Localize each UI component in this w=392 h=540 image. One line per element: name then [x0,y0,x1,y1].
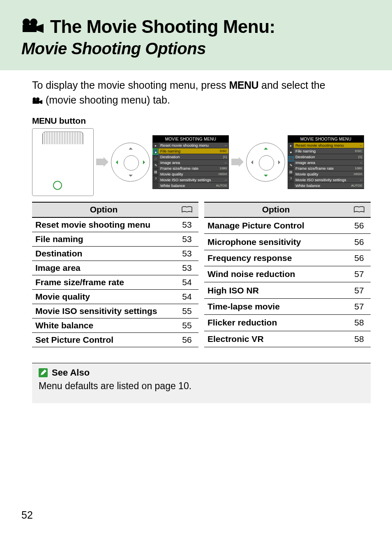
table-row: High ISO NR57 [204,282,371,298]
multi-selector-illustration [111,143,150,182]
movie-camera-icon [32,93,43,108]
options-table-left: Option Reset movie shooting menu53File n… [32,202,198,347]
option-name: Reset movie shooting menu [32,217,175,232]
option-page: 54 [175,289,198,304]
screen-menu-row: Movie ISO sensitivity settings-- [294,177,364,183]
table-row: Frame size/frame rate54 [32,275,198,289]
screen-menu-row: Destination[1] [294,154,364,160]
option-name: Destination [32,246,175,261]
option-page: 58 [348,315,371,331]
option-name: Frame size/frame rate [32,275,175,289]
col-page-ref [348,202,371,217]
table-row: Flicker reduction58 [204,315,371,331]
table-row: Frequency response56 [204,250,371,266]
table-row: Image area53 [32,261,198,275]
option-name: File naming [32,232,175,246]
multi-selector-illustration [246,143,285,182]
option-name: Image area [32,261,175,275]
screen-menu-row: Reset movie shooting menu-- [159,143,228,148]
screen-menu-row: Image area-- [294,160,364,166]
table-row: Movie ISO sensitivity settings55 [32,304,198,318]
option-page: 57 [348,282,371,298]
screen-menu-row: File namingDSC [159,148,228,154]
option-page: 57 [348,298,371,314]
screen-menu-row: Reset movie shooting menu-- [294,143,364,148]
screen-menu-row: Destination[1] [159,154,228,160]
option-page: 56 [348,234,371,250]
arrow-right-icon [231,157,244,167]
option-name: White balance [32,318,175,332]
option-name: High ISO NR [204,282,348,298]
camera-back-illustration [32,128,94,196]
page-subtitle: Movie Shooting Options [21,39,371,58]
screen-menu-row: Movie qualityHIGH [294,171,364,177]
book-icon [182,205,192,215]
intro-text: To display the movie shooting menu, pres… [32,78,371,108]
page-number: 52 [21,509,33,521]
screen-title: MOVIE SHOOTING MENU [153,136,228,143]
arrow-right-icon [96,157,108,167]
option-name: Electronic VR [204,331,348,347]
book-icon [354,205,364,215]
option-name: Frequency response [204,250,348,266]
screen-menu-row: Frame size/frame rate1080 [294,166,364,171]
option-page: 57 [348,266,371,282]
option-name: Manage Picture Control [204,217,348,234]
option-page: 56 [348,217,371,234]
screen-tab-strip: ▸●🎥✎▤? [288,143,294,189]
option-page: 53 [175,261,198,275]
option-page: 56 [348,250,371,266]
option-page: 53 [175,232,198,246]
table-row: Destination53 [32,246,198,261]
col-option: Option [204,202,348,217]
tab-highlight-box [152,148,158,155]
screen-title: MOVIE SHOOTING MENU [288,136,364,143]
pencil-icon [39,368,48,377]
option-page: 53 [175,246,198,261]
movie-camera-icon [21,18,44,33]
menu-button-caption: MENU button [32,116,371,126]
intro-pre: To display the movie shooting menu, pres… [32,79,229,91]
options-tables: Option Reset movie shooting menu53File n… [32,202,371,347]
options-table-right: Option Manage Picture Control56Microphon… [204,202,371,347]
svg-marker-3 [37,24,44,33]
option-page: 56 [175,332,198,347]
lcd-screen-2: MOVIE SHOOTING MENU ▸●🎥✎▤? Reset movie s… [288,135,364,189]
screen-menu-row: White balanceAUTO0 [294,183,364,189]
option-name: Set Picture Control [32,332,175,347]
screen-menu-row: White balanceAUTO0 [159,183,228,189]
page-title: The Movie Shooting Menu: [50,16,275,37]
svg-marker-8 [96,157,108,167]
table-row: White balance55 [32,318,198,332]
table-row: Set Picture Control56 [32,332,198,347]
button-word: button [57,116,86,125]
option-page: 55 [175,304,198,318]
screen-menu-row: Movie ISO sensitivity settings-- [159,177,228,183]
screen-menu-row: Movie qualityHIGH [159,171,228,177]
screen-menu-row: Frame size/frame rate1080 [159,166,228,171]
screen-menu-row: Image area-- [159,160,228,166]
intro-mid: and select the [258,79,325,91]
table-row: Movie quality54 [32,289,198,304]
menu-button-highlight [53,181,62,190]
page-header: The Movie Shooting Menu: Movie Shooting … [0,0,392,70]
svg-rect-2 [23,25,37,32]
option-name: Time-lapse movie [204,298,348,314]
option-name: Movie quality [32,289,175,304]
option-name: Microphone sensitivity [204,234,348,250]
lcd-screen-1: MOVIE SHOOTING MENU ▸●🎥✎▤? Reset movie s… [152,135,229,189]
option-name: Wind noise reduction [204,266,348,282]
table-row: Electronic VR58 [204,331,371,347]
menu-label-inline: MENU [229,79,258,91]
table-row: Time-lapse movie57 [204,298,371,314]
svg-marker-7 [39,100,42,104]
menu-word: MENU [32,116,57,125]
see-also-body: Menu defaults are listed on page 10. [39,381,364,392]
screen-menu-row: File namingDSC [294,148,364,154]
option-page: 53 [175,217,198,232]
option-name: Movie ISO sensitivity settings [32,304,175,318]
option-page: 54 [175,275,198,289]
option-page: 58 [348,331,371,347]
option-page: 55 [175,318,198,332]
table-row: Wind noise reduction57 [204,266,371,282]
